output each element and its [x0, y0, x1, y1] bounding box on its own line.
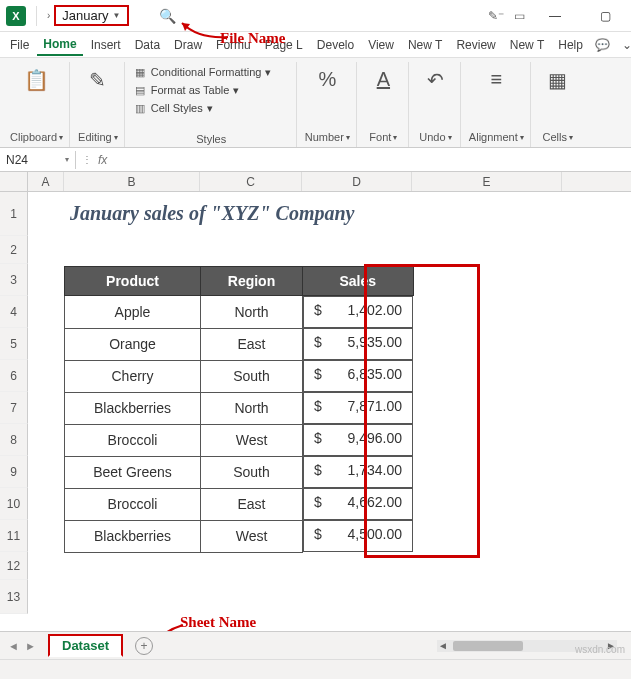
- cell-sales[interactable]: $6,835.00: [303, 360, 413, 392]
- next-tab-icon[interactable]: ►: [23, 638, 38, 654]
- row-header[interactable]: 9: [0, 456, 28, 488]
- cell-region[interactable]: North: [201, 392, 303, 424]
- row-header[interactable]: 5: [0, 328, 28, 360]
- table-row[interactable]: OrangeEast$5,935.00: [65, 328, 414, 360]
- ribbon-editing[interactable]: ✎ Editing▾: [72, 62, 125, 147]
- menu-insert[interactable]: Insert: [85, 35, 127, 55]
- menu-developer[interactable]: Develo: [311, 35, 360, 55]
- ribbon-number[interactable]: % Number▾: [299, 62, 357, 147]
- name-box[interactable]: N24 ▾: [0, 151, 76, 169]
- table-row[interactable]: AppleNorth$1,402.00: [65, 296, 414, 329]
- select-all-corner[interactable]: [0, 172, 28, 191]
- menu-newtab2[interactable]: New T: [504, 35, 550, 55]
- row-header[interactable]: 13: [0, 580, 28, 614]
- excel-app-icon[interactable]: X: [6, 6, 26, 26]
- row-header[interactable]: 3: [0, 264, 28, 296]
- menu-view[interactable]: View: [362, 35, 400, 55]
- minimize-button[interactable]: —: [535, 2, 575, 30]
- format-as-table-button[interactable]: ▤Format as Table ▾: [133, 82, 240, 98]
- table-row[interactable]: BlackberriesNorth$7,871.00: [65, 392, 414, 424]
- menu-file[interactable]: File: [4, 35, 35, 55]
- table-row[interactable]: BroccoliEast$4,662.00: [65, 488, 414, 520]
- cell-product[interactable]: Broccoli: [65, 424, 201, 456]
- menu-draw[interactable]: Draw: [168, 35, 208, 55]
- sheet-tab-dataset[interactable]: Dataset: [48, 634, 123, 657]
- cell[interactable]: [28, 192, 64, 236]
- cell-region[interactable]: East: [201, 488, 303, 520]
- cell-region[interactable]: North: [201, 296, 303, 329]
- cell-region[interactable]: South: [201, 456, 303, 488]
- expand-fx-icon[interactable]: ⋮: [82, 154, 92, 165]
- menu-newtab1[interactable]: New T: [402, 35, 448, 55]
- row-header[interactable]: 1: [0, 192, 28, 236]
- col-header-E[interactable]: E: [412, 172, 562, 191]
- cell-product[interactable]: Beet Greens: [65, 456, 201, 488]
- cell-product[interactable]: Apple: [65, 296, 201, 329]
- header-product[interactable]: Product: [65, 267, 201, 296]
- menu-home[interactable]: Home: [37, 34, 82, 56]
- cell-region[interactable]: East: [201, 328, 303, 360]
- fx-label[interactable]: fx: [98, 153, 107, 167]
- table-row[interactable]: Beet GreensSouth$1,734.00: [65, 456, 414, 488]
- row-header[interactable]: 11: [0, 520, 28, 552]
- menu-data[interactable]: Data: [129, 35, 166, 55]
- cell-sales[interactable]: $4,500.00: [303, 520, 413, 552]
- conditional-formatting-button[interactable]: ▦Conditional Formatting ▾: [133, 64, 272, 80]
- scroll-thumb[interactable]: [453, 641, 523, 651]
- cell-product[interactable]: Broccoli: [65, 488, 201, 520]
- menu-help[interactable]: Help: [552, 35, 589, 55]
- menu-review[interactable]: Review: [450, 35, 501, 55]
- cell-region[interactable]: South: [201, 360, 303, 392]
- cell-sales[interactable]: $9,496.00: [303, 424, 413, 456]
- tab-nav[interactable]: ◄►: [6, 638, 38, 654]
- cell-sales[interactable]: $7,871.00: [303, 392, 413, 424]
- table-row[interactable]: BlackberriesWest$4,500.00: [65, 520, 414, 552]
- cell-sales[interactable]: $4,662.00: [303, 488, 413, 520]
- header-sales[interactable]: Sales: [303, 267, 414, 296]
- col-header-A[interactable]: A: [28, 172, 64, 191]
- search-icon[interactable]: 🔍: [159, 8, 176, 24]
- collapse-ribbon-icon[interactable]: ⌄: [618, 36, 631, 54]
- row-header[interactable]: 2: [0, 236, 28, 264]
- ribbon-clipboard[interactable]: 📋 Clipboard▾: [4, 62, 70, 147]
- maximize-button[interactable]: ▢: [585, 2, 625, 30]
- cell-sales[interactable]: $1,402.00: [303, 296, 413, 328]
- row-header[interactable]: 6: [0, 360, 28, 392]
- header-region[interactable]: Region: [201, 267, 303, 296]
- cell-region[interactable]: West: [201, 424, 303, 456]
- col-header-D[interactable]: D: [302, 172, 412, 191]
- cell-region[interactable]: West: [201, 520, 303, 552]
- row-header[interactable]: 7: [0, 392, 28, 424]
- sheet-title[interactable]: January sales of "XYZ" Company: [64, 192, 562, 236]
- cell-product[interactable]: Cherry: [65, 360, 201, 392]
- table-row[interactable]: BroccoliWest$9,496.00: [65, 424, 414, 456]
- add-sheet-button[interactable]: +: [135, 637, 153, 655]
- col-header-C[interactable]: C: [200, 172, 302, 191]
- comments-icon[interactable]: 💬: [591, 36, 614, 54]
- scroll-left-icon[interactable]: ◄: [437, 640, 449, 651]
- cell-sales[interactable]: $5,935.00: [303, 328, 413, 360]
- file-name-dropdown[interactable]: January ▼: [54, 5, 128, 26]
- ribbon-font[interactable]: A Font▾: [359, 62, 409, 147]
- chevron-down-icon: ▾: [233, 84, 239, 97]
- row-header[interactable]: 8: [0, 424, 28, 456]
- row-header[interactable]: 4: [0, 296, 28, 328]
- cell-styles-button[interactable]: ▥Cell Styles ▾: [133, 100, 213, 116]
- ribbon-undo[interactable]: ↶ Undo▾: [411, 62, 461, 147]
- cell-product[interactable]: Blackberries: [65, 520, 201, 552]
- formula-input[interactable]: [113, 153, 625, 167]
- table-row[interactable]: CherrySouth$6,835.00: [65, 360, 414, 392]
- col-header-B[interactable]: B: [64, 172, 200, 191]
- cell-product[interactable]: Orange: [65, 328, 201, 360]
- cell-sales[interactable]: $1,734.00: [303, 456, 413, 488]
- ribbon-alignment[interactable]: ≡ Alignment▾: [463, 62, 531, 147]
- chevron-right-icon[interactable]: ›: [43, 10, 54, 21]
- cell-product[interactable]: Blackberries: [65, 392, 201, 424]
- row-header[interactable]: 10: [0, 488, 28, 520]
- draw-mode-icon[interactable]: ✎⁻: [488, 9, 504, 23]
- ribbon-options-icon[interactable]: ▭: [514, 9, 525, 23]
- ribbon-cells[interactable]: ▦ Cells▾: [533, 62, 583, 147]
- prev-tab-icon[interactable]: ◄: [6, 638, 21, 654]
- worksheet-area[interactable]: 1 January sales of "XYZ" Company 2 3 4 5…: [0, 192, 631, 622]
- row-header[interactable]: 12: [0, 552, 28, 580]
